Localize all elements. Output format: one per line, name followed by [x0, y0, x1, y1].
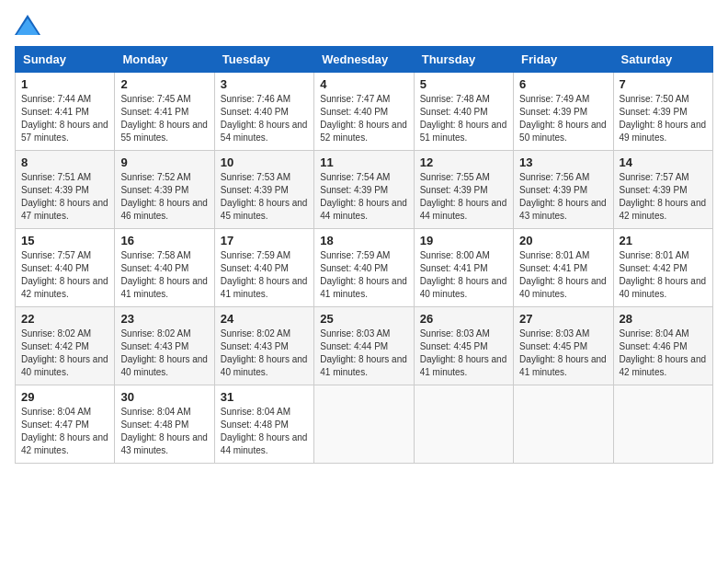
day-info: Sunrise: 8:03 AMSunset: 4:45 PMDaylight:…: [519, 327, 607, 379]
day-number: 17: [221, 234, 308, 247]
calendar-day-cell: 19 Sunrise: 8:00 AMSunset: 4:41 PMDaylig…: [414, 229, 513, 307]
calendar-day-cell: 6 Sunrise: 7:49 AMSunset: 4:39 PMDayligh…: [514, 73, 613, 151]
day-info: Sunrise: 8:02 AMSunset: 4:43 PMDaylight:…: [120, 327, 208, 379]
day-info: Sunrise: 8:02 AMSunset: 4:42 PMDaylight:…: [21, 327, 108, 379]
calendar-day-cell: 31 Sunrise: 8:04 AMSunset: 4:48 PMDaylig…: [214, 385, 313, 464]
day-number: 6: [519, 77, 607, 91]
weekday-header-tuesday: Tuesday: [214, 47, 313, 73]
calendar-day-cell: 12 Sunrise: 7:55 AMSunset: 4:39 PMDaylig…: [414, 151, 513, 229]
calendar-day-cell: 16 Sunrise: 7:58 AMSunset: 4:40 PMDaylig…: [115, 229, 214, 307]
day-number: 29: [21, 390, 108, 404]
day-number: 15: [21, 234, 108, 247]
day-number: 28: [620, 312, 707, 326]
weekday-header-monday: Monday: [115, 47, 214, 73]
weekday-header-saturday: Saturday: [613, 47, 712, 73]
day-info: Sunrise: 7:49 AMSunset: 4:39 PMDaylight:…: [519, 93, 607, 144]
day-info: Sunrise: 8:04 AMSunset: 4:48 PMDaylight:…: [120, 406, 208, 457]
day-number: 24: [221, 312, 308, 326]
day-number: 25: [320, 312, 407, 326]
calendar-day-cell: 2 Sunrise: 7:45 AMSunset: 4:41 PMDayligh…: [115, 73, 214, 151]
calendar-day-cell: 7 Sunrise: 7:50 AMSunset: 4:39 PMDayligh…: [613, 73, 712, 151]
day-number: 20: [519, 234, 607, 247]
day-info: Sunrise: 8:04 AMSunset: 4:46 PMDaylight:…: [620, 327, 707, 379]
day-info: Sunrise: 8:03 AMSunset: 4:45 PMDaylight:…: [420, 327, 507, 379]
day-info: Sunrise: 7:54 AMSunset: 4:39 PMDaylight:…: [320, 171, 407, 223]
svg-marker-1: [17, 18, 39, 35]
calendar-day-cell: 4 Sunrise: 7:47 AMSunset: 4:40 PMDayligh…: [314, 73, 414, 151]
weekday-header-friday: Friday: [514, 47, 613, 73]
day-number: 10: [221, 155, 308, 169]
day-number: 14: [620, 155, 707, 169]
day-info: Sunrise: 7:55 AMSunset: 4:39 PMDaylight:…: [420, 171, 507, 223]
day-info: Sunrise: 7:45 AMSunset: 4:41 PMDaylight:…: [120, 93, 208, 144]
calendar-day-cell: 21 Sunrise: 8:01 AMSunset: 4:42 PMDaylig…: [613, 229, 712, 307]
day-info: Sunrise: 8:04 AMSunset: 4:48 PMDaylight:…: [221, 406, 308, 457]
page-header: [15, 15, 713, 35]
day-number: 18: [320, 234, 407, 247]
calendar-week-row: 29 Sunrise: 8:04 AMSunset: 4:47 PMDaylig…: [16, 385, 713, 464]
calendar-day-cell: 24 Sunrise: 8:02 AMSunset: 4:43 PMDaylig…: [214, 307, 313, 385]
day-info: Sunrise: 7:51 AMSunset: 4:39 PMDaylight:…: [21, 171, 108, 223]
day-info: Sunrise: 7:50 AMSunset: 4:39 PMDaylight:…: [620, 93, 707, 144]
calendar-day-cell: 27 Sunrise: 8:03 AMSunset: 4:45 PMDaylig…: [514, 307, 613, 385]
day-number: 23: [120, 312, 208, 326]
day-number: 4: [320, 77, 407, 91]
day-info: Sunrise: 7:46 AMSunset: 4:40 PMDaylight:…: [221, 93, 308, 144]
day-number: 2: [120, 77, 208, 91]
day-info: Sunrise: 7:56 AMSunset: 4:39 PMDaylight:…: [519, 171, 607, 223]
calendar-table: SundayMondayTuesdayWednesdayThursdayFrid…: [15, 46, 713, 464]
calendar-week-row: 15 Sunrise: 7:57 AMSunset: 4:40 PMDaylig…: [16, 229, 713, 307]
calendar-day-cell: 13 Sunrise: 7:56 AMSunset: 4:39 PMDaylig…: [514, 151, 613, 229]
calendar-day-cell: 26 Sunrise: 8:03 AMSunset: 4:45 PMDaylig…: [414, 307, 513, 385]
weekday-header-sunday: Sunday: [16, 47, 115, 73]
day-number: 31: [221, 390, 308, 404]
day-info: Sunrise: 8:01 AMSunset: 4:42 PMDaylight:…: [620, 249, 707, 301]
day-number: 27: [519, 312, 607, 326]
day-number: 3: [221, 77, 308, 91]
calendar-day-cell: 30 Sunrise: 8:04 AMSunset: 4:48 PMDaylig…: [115, 385, 214, 464]
calendar-week-row: 8 Sunrise: 7:51 AMSunset: 4:39 PMDayligh…: [16, 151, 713, 229]
day-number: 16: [120, 234, 208, 247]
calendar-day-cell: 25 Sunrise: 8:03 AMSunset: 4:44 PMDaylig…: [314, 307, 414, 385]
day-info: Sunrise: 7:53 AMSunset: 4:39 PMDaylight:…: [221, 171, 308, 223]
day-number: 7: [620, 77, 707, 91]
day-number: 8: [21, 155, 108, 169]
calendar-week-row: 22 Sunrise: 8:02 AMSunset: 4:42 PMDaylig…: [16, 307, 713, 385]
calendar-day-cell: 5 Sunrise: 7:48 AMSunset: 4:40 PMDayligh…: [414, 73, 513, 151]
day-number: 12: [420, 155, 507, 169]
calendar-day-cell: 15 Sunrise: 7:57 AMSunset: 4:40 PMDaylig…: [16, 229, 115, 307]
day-info: Sunrise: 8:01 AMSunset: 4:41 PMDaylight:…: [519, 249, 607, 301]
day-number: 22: [21, 312, 108, 326]
day-number: 13: [519, 155, 607, 169]
calendar-day-cell: 14 Sunrise: 7:57 AMSunset: 4:39 PMDaylig…: [613, 151, 712, 229]
day-info: Sunrise: 8:02 AMSunset: 4:43 PMDaylight:…: [221, 327, 308, 379]
calendar-day-cell: 8 Sunrise: 7:51 AMSunset: 4:39 PMDayligh…: [16, 151, 115, 229]
day-info: Sunrise: 7:59 AMSunset: 4:40 PMDaylight:…: [221, 249, 308, 301]
day-info: Sunrise: 7:57 AMSunset: 4:39 PMDaylight:…: [620, 171, 707, 223]
calendar-day-cell: 20 Sunrise: 8:01 AMSunset: 4:41 PMDaylig…: [514, 229, 613, 307]
day-info: Sunrise: 7:47 AMSunset: 4:40 PMDaylight:…: [320, 93, 407, 144]
day-number: 19: [420, 234, 507, 247]
logo: [15, 15, 44, 35]
day-number: 21: [620, 234, 707, 247]
calendar-day-cell: 10 Sunrise: 7:53 AMSunset: 4:39 PMDaylig…: [214, 151, 313, 229]
day-info: Sunrise: 7:58 AMSunset: 4:40 PMDaylight:…: [120, 249, 208, 301]
day-info: Sunrise: 8:04 AMSunset: 4:47 PMDaylight:…: [21, 406, 108, 457]
day-info: Sunrise: 7:57 AMSunset: 4:40 PMDaylight:…: [21, 249, 108, 301]
day-info: Sunrise: 7:59 AMSunset: 4:40 PMDaylight:…: [320, 249, 407, 301]
calendar-day-cell: [514, 385, 613, 464]
calendar-day-cell: 18 Sunrise: 7:59 AMSunset: 4:40 PMDaylig…: [314, 229, 414, 307]
day-number: 30: [120, 390, 208, 404]
day-info: Sunrise: 8:00 AMSunset: 4:41 PMDaylight:…: [420, 249, 507, 301]
day-number: 9: [120, 155, 208, 169]
day-info: Sunrise: 7:48 AMSunset: 4:40 PMDaylight:…: [420, 93, 507, 144]
day-info: Sunrise: 7:44 AMSunset: 4:41 PMDaylight:…: [21, 93, 108, 144]
logo-icon: [15, 15, 40, 35]
weekday-header-thursday: Thursday: [414, 47, 513, 73]
calendar-day-cell: 28 Sunrise: 8:04 AMSunset: 4:46 PMDaylig…: [613, 307, 712, 385]
calendar-day-cell: 9 Sunrise: 7:52 AMSunset: 4:39 PMDayligh…: [115, 151, 214, 229]
calendar-day-cell: 3 Sunrise: 7:46 AMSunset: 4:40 PMDayligh…: [214, 73, 313, 151]
day-info: Sunrise: 7:52 AMSunset: 4:39 PMDaylight:…: [120, 171, 208, 223]
weekday-header-wednesday: Wednesday: [314, 47, 414, 73]
calendar-day-cell: 1 Sunrise: 7:44 AMSunset: 4:41 PMDayligh…: [16, 73, 115, 151]
